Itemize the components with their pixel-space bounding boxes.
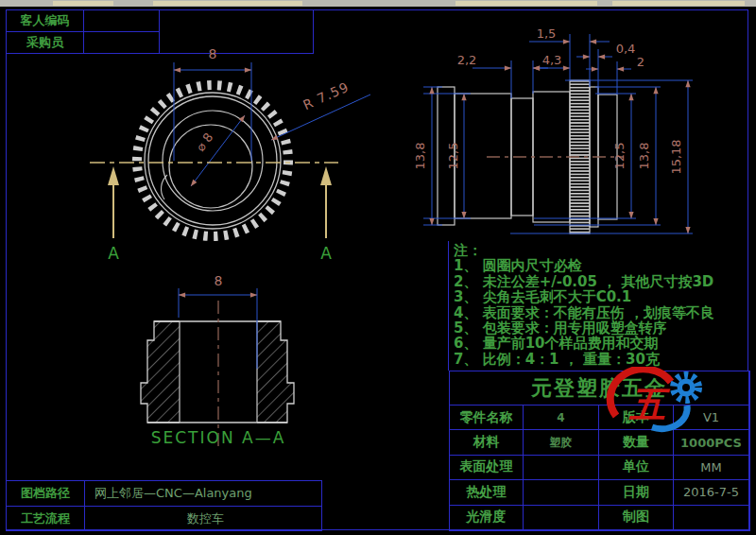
file-path-value: 网上邻居—CNC—Alanyang — [84, 480, 322, 507]
quantity-label: 数量 — [598, 429, 674, 455]
note-line: 2、 未注公差+/-0.05 ， 其他尺寸按3D — [454, 274, 750, 289]
surface-treatment-value — [523, 455, 599, 480]
logo-glyph: 五 — [628, 384, 670, 425]
drafter-value — [673, 505, 749, 530]
smoothness-value — [523, 505, 599, 530]
file-path-label: 图档路径 — [6, 480, 85, 507]
side-dim-4-3: 4,3 — [542, 53, 562, 67]
logo-gear-icon — [674, 375, 698, 400]
part-name-label: 零件名称 — [449, 405, 524, 430]
section-marker-right: A — [320, 244, 332, 263]
process-flow-value: 数控车 — [84, 506, 322, 531]
side-dim-12-5-right: 12,5 — [612, 143, 627, 170]
cad-drawing-window: 客人编码 采购员 8 — [0, 0, 756, 535]
side-dim-12-5-left: 12,5 — [446, 143, 460, 170]
heat-treatment-value — [523, 479, 599, 505]
side-dim-15-18: 15,18 — [669, 139, 683, 174]
smoothness-label: 光滑度 — [449, 505, 524, 530]
quantity-value: 1000PCS — [673, 429, 749, 455]
side-dim-0-4: 0,4 — [616, 42, 636, 56]
note-line: 5、 包装要求：用专用吸塑盒转序 — [454, 320, 750, 336]
front-radius-dim: R 7.59 — [301, 79, 351, 113]
company-logo: 五 — [603, 367, 709, 433]
front-bore-dim: ⌀ 8 — [193, 130, 215, 154]
gear-side-view: 13,8 12,5 12,5 13,8 15,18 2,2 4,3 1,5 — [413, 26, 693, 233]
surface-treatment-label: 表面处理 — [449, 455, 524, 480]
unit-label: 单位 — [598, 455, 674, 480]
part-name-value: 4 — [523, 405, 599, 430]
date-label: 日期 — [598, 479, 674, 505]
manufacturing-notes: 注： 1、 圆圈内尺寸必检 2、 未注公差+/-0.05 ， 其他尺寸按3D 3… — [448, 241, 750, 371]
material-label: 材料 — [449, 429, 524, 455]
process-flow-label: 工艺流程 — [6, 506, 85, 531]
date-value: 2016-7-5 — [673, 479, 749, 505]
section-marker-left: A — [108, 244, 119, 263]
section-view: 8 SECTION A—A — [141, 273, 294, 447]
drafter-label: 制图 — [598, 505, 674, 530]
note-line: 3、 尖角去毛刺不大于C0.1 — [454, 289, 750, 304]
material-value: 塑胶 — [523, 429, 599, 455]
section-caption: SECTION A—A — [151, 428, 286, 447]
side-dim-13-8-left: 13,8 — [413, 143, 427, 170]
gear-front-view: 8 ⌀ 8 R 7.59 A A — [90, 46, 370, 263]
side-dim-13-8-right: 13,8 — [637, 143, 651, 170]
note-line: 6、 量产前10个样品费用和交期 — [454, 336, 750, 351]
note-line: 1、 圆圈内尺寸必检 — [454, 258, 750, 273]
front-width-dim: 8 — [209, 46, 217, 61]
side-dim-1-5: 1,5 — [537, 26, 557, 41]
note-line: 7、 比例：4：1 ， 重量：30克 — [454, 352, 750, 367]
note-line: 4、 表面要求：不能有压伤 ，划痕等不良 — [454, 305, 750, 320]
unit-value: MM — [673, 455, 749, 480]
section-width-dim: 8 — [215, 273, 223, 288]
side-dim-2-2: 2,2 — [457, 53, 477, 67]
notes-title: 注： — [454, 243, 750, 258]
heat-treatment-label: 热处理 — [449, 479, 524, 505]
side-dim-2: 2 — [637, 55, 644, 69]
